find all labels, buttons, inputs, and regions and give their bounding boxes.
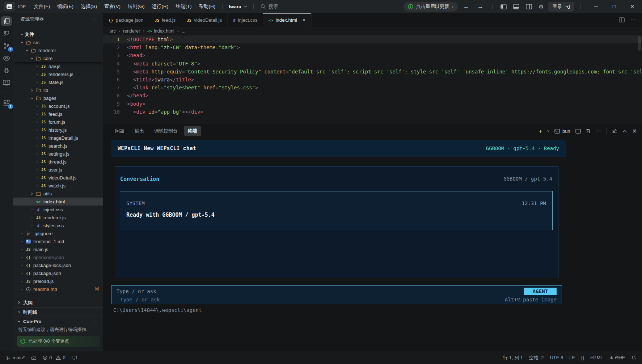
cue-disabled-item[interactable]: CUE xyxy=(609,355,625,360)
panel-more-actions-icon[interactable]: ··· xyxy=(596,128,601,134)
workspace-selector[interactable]: Iwara xyxy=(226,3,250,11)
settings-gear-icon[interactable]: ⚙ xyxy=(537,3,545,10)
new-terminal-button[interactable]: + xyxy=(538,128,542,134)
tree-item-state-js[interactable]: JS state.js xyxy=(13,78,103,86)
tree-item-opencode-json[interactable]: {} opencode.json xyxy=(13,253,103,261)
menu-item-5[interactable]: 运行(R) xyxy=(148,1,172,12)
breadcrumb-item-src[interactable]: src xyxy=(110,29,116,34)
panel-tab-调试控制台[interactable]: 调试控制台 xyxy=(150,126,182,136)
format-braces-item[interactable]: {} xyxy=(581,355,584,360)
menu-item-3[interactable]: 查看(V) xyxy=(101,1,124,12)
tree-item-watch-js[interactable]: JS watch.js xyxy=(13,182,103,190)
panel-tab-终端[interactable]: 终端 xyxy=(184,126,201,136)
tree-item-inject-css[interactable]: # inject.css xyxy=(13,206,103,213)
tree-item-feed-js[interactable]: JS feed.js xyxy=(13,110,103,118)
editor-tab-inject-css[interactable]: # inject.css xyxy=(228,13,263,27)
menu-item-4[interactable]: 转到(G) xyxy=(124,1,148,12)
panel-tab-输出[interactable]: 输出 xyxy=(131,126,148,136)
toggle-sidebar-button[interactable] xyxy=(499,4,508,9)
chat-input-box[interactable]: Type / or ask AGENT Type / or ask Alt+V … xyxy=(111,285,562,304)
tree-item-core[interactable]: core xyxy=(13,54,103,62)
encoding-item[interactable]: UTF-8 xyxy=(550,355,563,360)
activity-item-debug[interactable] xyxy=(1,65,12,75)
problems-item[interactable]: 0 0 xyxy=(43,355,65,360)
menu-item-2[interactable]: 选择(S) xyxy=(77,1,101,12)
agent-mode-button[interactable]: AGENT xyxy=(524,288,557,295)
tree-item-account-js[interactable]: JS account.js xyxy=(13,102,103,110)
breadcrumb-item-index-html[interactable]: <>index.html xyxy=(147,29,174,34)
sidebar-more-actions-icon[interactable]: ··· xyxy=(92,17,98,22)
tree-item-thread-js[interactable]: JS thread.js xyxy=(13,158,103,166)
indentation-item[interactable]: 空格: 2 xyxy=(529,355,544,361)
activity-item-source-control[interactable]: 2 xyxy=(1,41,12,51)
cursor-position-item[interactable]: 行 1, 列 1 xyxy=(503,355,523,361)
section-cue-pro[interactable]: Cue-Pro ··· xyxy=(13,317,103,326)
terminal-view-options-icon[interactable] xyxy=(612,129,617,134)
tree-item-utils[interactable]: utils xyxy=(13,190,103,198)
tree-item-文件[interactable]: 文件 xyxy=(13,30,103,38)
close-panel-icon[interactable]: ✕ xyxy=(632,128,637,135)
activity-item-search[interactable] xyxy=(1,29,12,38)
section-outline[interactable]: 大纲 xyxy=(13,298,103,307)
language-mode-item[interactable]: HTML xyxy=(590,355,603,360)
cue-pro-progress[interactable]: 已处理 0/0 个变更点 xyxy=(17,336,100,347)
editor-tab-index-html[interactable]: <> index.html ✕ xyxy=(263,13,312,27)
activity-item-remote[interactable] xyxy=(1,78,12,88)
app-logo-icon[interactable] xyxy=(4,2,15,11)
tree-item-settings-js[interactable]: JS settings.js xyxy=(13,150,103,158)
menu-item-1[interactable]: 编辑(E) xyxy=(54,1,77,12)
menu-item-0[interactable]: 文件(F) xyxy=(30,1,54,12)
restart-update-button[interactable]: 点击重启以更新 › xyxy=(404,2,458,12)
tree-item-frontend-1-md[interactable]: M↓ frontend--1.md xyxy=(13,237,103,245)
code-editor[interactable]: 1 <!DOCTYPE html> 2 <html lang="zh-CN" d… xyxy=(103,35,642,124)
tree-item-imagedetail-js[interactable]: JS imageDetail.js xyxy=(13,134,103,142)
tree-item-forum-js[interactable]: JS forum.js xyxy=(13,118,103,126)
terminal-viewport[interactable]: WEPsCLI New WEPsCLI chat GGBOOM · gpt-5.… xyxy=(103,138,642,351)
tree-item-package-json[interactable]: {} package.json xyxy=(13,269,103,277)
tree-item-user-js[interactable]: JS user.js xyxy=(13,166,103,174)
login-button[interactable]: 登录 xyxy=(548,2,574,12)
navigate-forward-button[interactable]: → xyxy=(475,3,486,10)
panel-tab-问题[interactable]: 问题 xyxy=(111,126,128,136)
editor-layout-item[interactable] xyxy=(72,356,77,360)
tree-item-pages[interactable]: pages xyxy=(13,94,103,102)
tree-item-renderer-js[interactable]: JS renderer.js xyxy=(13,213,103,221)
breadcrumb-item-renderer[interactable]: renderer xyxy=(123,29,140,34)
tree-item-nav-js[interactable]: JS nav.js xyxy=(13,62,103,70)
editor-scrollbar-thumb[interactable] xyxy=(638,36,641,51)
cue-pro-more-actions-icon[interactable]: ··· xyxy=(93,319,99,324)
close-tab-icon[interactable]: ✕ xyxy=(302,17,306,22)
tree-item-search-js[interactable]: JS search.js xyxy=(13,142,103,150)
tree-item-renderer[interactable]: renderer xyxy=(13,46,103,54)
activity-item-extensions[interactable]: 1 xyxy=(1,98,12,108)
global-search[interactable]: 搜索 xyxy=(257,2,282,11)
menu-item-7[interactable]: 帮助(H) xyxy=(195,1,219,12)
tree-item-gitignore[interactable]: .gitignore xyxy=(13,229,103,237)
editor-tab-package-json[interactable]: {} package.json xyxy=(103,13,149,27)
tree-item-main-js[interactable]: JS main.js xyxy=(13,245,103,253)
tree-item-index-html[interactable]: <> index.html xyxy=(13,198,103,206)
terminal-profile-chevron-icon[interactable]: ˅ xyxy=(547,129,549,133)
git-branch-item[interactable]: main* xyxy=(6,355,25,360)
editor-tab-feed-js[interactable]: JS feed.js xyxy=(149,13,181,27)
eol-item[interactable]: LF xyxy=(569,355,575,360)
sync-changes-item[interactable] xyxy=(31,356,37,360)
section-timeline[interactable]: 时间线 xyxy=(13,307,103,317)
window-maximize-button[interactable]: □ xyxy=(608,1,620,12)
split-terminal-icon[interactable] xyxy=(575,129,581,134)
tree-item-src[interactable]: src xyxy=(13,38,103,46)
terminal-instance-item[interactable]: bun xyxy=(554,128,570,134)
breadcrumb-item-more[interactable]: ... xyxy=(182,29,185,34)
chat-input-placeholder[interactable]: Type / or ask xyxy=(117,288,156,294)
toggle-panel-button[interactable] xyxy=(511,4,521,9)
tree-item-readme-md[interactable]: readme.md M xyxy=(13,285,103,293)
activity-item-preview[interactable] xyxy=(1,53,12,63)
tree-item-styles-css[interactable]: # styles.css xyxy=(13,221,103,229)
tree-item-renderers-js[interactable]: JS renderers.js xyxy=(13,70,103,78)
tree-item-lib[interactable]: lib xyxy=(13,86,103,94)
editor-tab-videodetail-js[interactable]: JS videoDetail.js xyxy=(181,13,228,27)
toggle-secondary-sidebar-button[interactable] xyxy=(524,4,534,9)
split-editor-icon[interactable] xyxy=(619,17,625,22)
window-minimize-button[interactable]: ─ xyxy=(590,1,602,12)
tree-item-videodetail-js[interactable]: JS videoDetail.js xyxy=(13,174,103,182)
